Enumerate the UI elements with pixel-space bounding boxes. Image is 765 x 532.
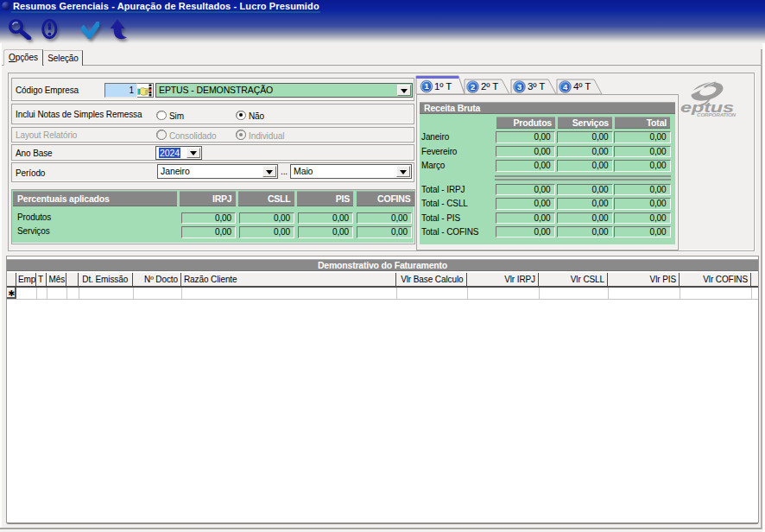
svg-text:4º T: 4º T	[573, 81, 591, 92]
svg-text:3: 3	[517, 82, 522, 92]
svg-text:CORPORATION: CORPORATION	[697, 113, 737, 117]
svg-text:2: 2	[471, 82, 475, 92]
svg-text:eptus: eptus	[680, 100, 734, 115]
svg-text:1º T: 1º T	[434, 81, 452, 92]
svg-text:3º T: 3º T	[528, 81, 545, 92]
svg-text:1: 1	[424, 81, 429, 91]
svg-text:4: 4	[563, 82, 568, 92]
svg-text:2º T: 2º T	[481, 81, 498, 92]
